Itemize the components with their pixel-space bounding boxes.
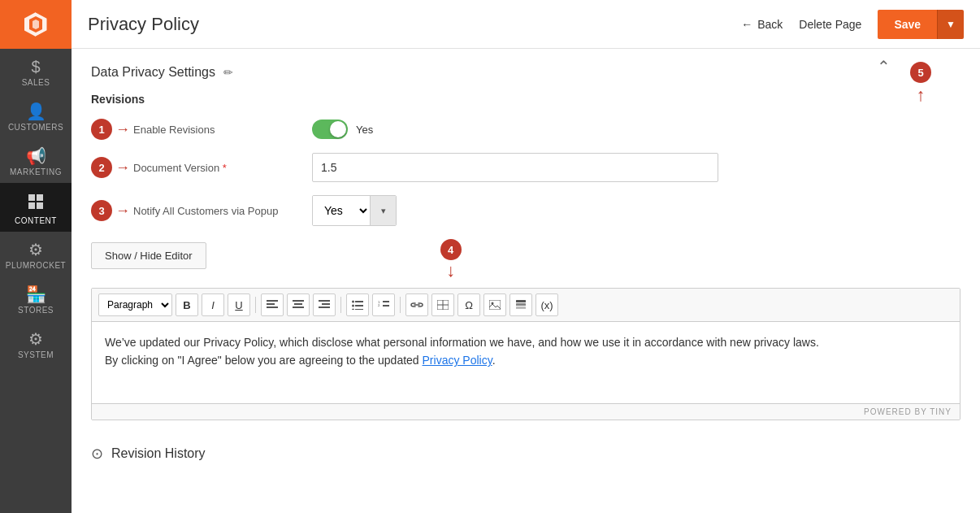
table-button[interactable] [431,293,454,316]
save-group: Save ▼ [878,10,964,39]
svg-rect-6 [267,306,278,308]
enable-revisions-label: Enable Revisions [133,124,312,136]
save-dropdown-button[interactable]: ▼ [937,10,964,39]
layers-button[interactable] [510,293,532,316]
italic-button[interactable]: I [202,293,224,316]
svg-rect-16 [355,305,363,306]
revisions-heading: Revisions [91,93,960,106]
sidebar-logo[interactable] [0,0,72,49]
svg-point-17 [352,309,354,311]
show-hide-editor-button[interactable]: Show / Hide Editor [91,242,206,269]
step1-badge: 1 [91,119,112,140]
edit-icon[interactable]: ✏ [223,66,233,79]
svg-rect-5 [267,303,275,305]
content-icon [27,193,45,213]
notify-row: 3 → Notify All Customers via Popup Yes N… [91,195,960,226]
chevron-up-icon: ⌃ [877,58,891,76]
underline-button[interactable]: U [228,293,250,316]
variable-button[interactable]: (x) [536,293,558,316]
section-title: Data Privacy Settings ✏ [91,65,233,80]
svg-rect-0 [28,194,35,201]
document-version-form-row: Document Version * [133,153,960,182]
svg-rect-3 [37,202,43,209]
svg-rect-8 [294,303,302,305]
special-char-button[interactable]: Ω [457,293,480,316]
editor-content[interactable]: We’ve updated our Privacy Policy, which … [92,322,960,403]
svg-rect-20 [383,301,389,302]
notify-select[interactable]: Yes No [313,196,370,225]
sidebar-item-marketing[interactable]: 📢 MARKETING [0,138,72,183]
bullet-list-button[interactable] [346,293,369,316]
back-arrow-icon: ← [741,18,752,31]
step3-arrow-icon: → [115,202,130,220]
step4-arrow-icon: ↓ [446,260,455,281]
stores-icon: 🏪 [26,286,46,302]
sidebar-item-plumrocket[interactable]: ⚙ PLUMROCKET [0,232,72,276]
svg-point-13 [352,301,354,303]
svg-rect-12 [319,306,330,308]
toggle-wrapper: Yes [312,120,373,139]
toolbar-separator-1 [255,297,256,313]
sidebar-item-sales[interactable]: $ SALES [0,49,72,93]
system-icon: ⚙ [28,331,43,347]
link-button[interactable] [405,293,428,316]
svg-rect-10 [319,300,330,302]
svg-rect-14 [355,301,363,302]
svg-rect-9 [293,306,304,308]
page-title: Privacy Policy [88,14,741,35]
marketing-icon: 📢 [26,148,46,164]
align-right-button[interactable] [313,293,336,316]
svg-rect-29 [516,303,526,306]
revision-history-section[interactable]: ⊙ Revision History [91,437,960,471]
editor-paragraph-2: By clicking on "I Agree" below you are a… [105,351,947,369]
num-list-button[interactable]: 1.2. [372,293,395,316]
sidebar-item-customers[interactable]: 👤 CUSTOMERS [0,93,72,138]
step2-badge: 2 [91,157,112,178]
sidebar-item-content[interactable]: CONTENT [0,183,72,232]
delete-page-button[interactable]: Delete Page [799,18,861,31]
section-header: Data Privacy Settings ✏ [91,65,960,80]
svg-text:2.: 2. [378,303,380,307]
sidebar-item-stores[interactable]: 🏪 STORES [0,276,72,321]
chevron-circle-icon: ⊙ [91,445,103,463]
align-center-button[interactable] [287,293,310,316]
step5-indicator: 5 ↑ [910,62,931,106]
format-select[interactable]: Paragraph [98,293,172,316]
step2-arrow-icon: → [115,159,130,176]
align-left-button[interactable] [261,293,284,316]
sidebar-item-stores-label: STORES [18,306,54,315]
svg-rect-22 [383,305,389,306]
main-area: Privacy Policy ← Back Delete Page Save ▼… [72,0,980,513]
sidebar-item-sales-label: SALES [22,78,50,87]
sidebar-item-system[interactable]: ⚙ SYSTEM [0,321,72,366]
enable-revisions-form-row: Enable Revisions Yes [133,120,960,139]
enable-revisions-toggle[interactable] [312,120,348,139]
plumrocket-icon: ⚙ [28,241,43,258]
document-version-input[interactable] [312,153,718,182]
powered-by-label: POWERED BY TINY [864,407,952,416]
sidebar-item-marketing-label: MARKETING [10,167,62,176]
editor-paragraph-1: We’ve updated our Privacy Policy, which … [105,333,947,351]
back-label: Back [757,18,783,31]
sidebar-item-plumrocket-label: PLUMROCKET [6,261,66,270]
collapse-button-top[interactable]: ⌃ [877,57,891,76]
svg-rect-28 [516,306,526,309]
privacy-policy-link[interactable]: Privacy Policy [423,354,492,367]
content-area: 5 ↑ ⌃ Data Privacy Settings ✏ Revisions … [72,49,980,513]
toolbar-separator-2 [340,297,341,313]
section-title-text: Data Privacy Settings [91,65,215,80]
svg-point-15 [352,305,354,307]
show-hide-editor-section: Show / Hide Editor 4 ↓ [91,239,960,281]
image-button[interactable] [483,293,506,316]
svg-rect-26 [489,300,501,310]
back-button[interactable]: ← Back [741,18,783,31]
bold-button[interactable]: B [176,293,198,316]
step4-badge: 4 [440,239,462,260]
save-button[interactable]: Save [878,10,937,39]
notify-select-wrapper: Yes No ▾ [312,195,397,226]
step3-badge: 3 [91,200,112,221]
required-indicator: * [223,162,227,174]
sidebar-item-customers-label: CUSTOMERS [8,123,63,132]
sidebar: $ SALES 👤 CUSTOMERS 📢 MARKETING CONTENT … [0,0,72,513]
step1-arrow-icon: → [115,121,130,138]
